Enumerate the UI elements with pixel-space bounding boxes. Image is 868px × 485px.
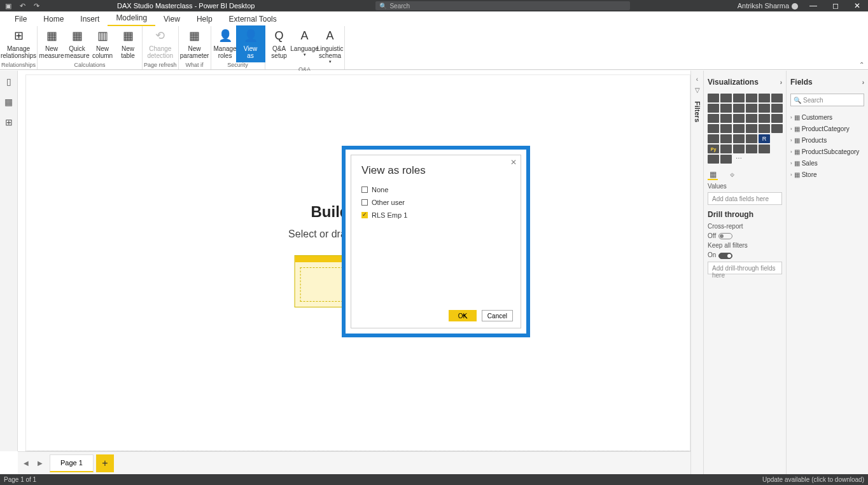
- undo-icon[interactable]: ↶: [18, 1, 27, 10]
- language-button[interactable]: ALanguage▾: [292, 27, 318, 59]
- format-well-icon[interactable]: ⟐: [727, 170, 737, 180]
- keep-filters-toggle[interactable]: [718, 253, 732, 259]
- viz-clustered-bar-icon[interactable]: [733, 94, 745, 102]
- minimize-button[interactable]: —: [806, 1, 821, 10]
- view-as-button[interactable]: 👤View as: [238, 27, 263, 60]
- cross-report-toggle[interactable]: [718, 233, 732, 239]
- viz-python-icon[interactable]: Py: [708, 144, 719, 153]
- user-name[interactable]: Antriksh Sharma: [738, 2, 798, 10]
- new-parameter-button[interactable]: ▦New parameter: [180, 27, 209, 60]
- viz-paginated-icon[interactable]: [708, 155, 719, 164]
- viz-scatter-icon[interactable]: [733, 114, 745, 123]
- viz-treemap-icon[interactable]: [771, 114, 783, 123]
- field-table-customers[interactable]: ›▦Customers: [790, 111, 864, 123]
- page-next-button[interactable]: ▶: [34, 456, 46, 471]
- viz-decomposition-icon[interactable]: [733, 144, 745, 153]
- viz-card-icon[interactable]: [759, 124, 770, 133]
- tab-home[interactable]: Home: [35, 12, 72, 26]
- viz-qa-icon[interactable]: [746, 144, 757, 153]
- ok-button[interactable]: OK↖: [449, 310, 477, 321]
- tab-modeling[interactable]: Modeling: [108, 11, 155, 26]
- viz-slicer-icon[interactable]: [720, 134, 732, 143]
- viz-line-icon[interactable]: [708, 104, 719, 113]
- viz-line-column-icon[interactable]: [746, 104, 757, 113]
- viz-multicard-icon[interactable]: [771, 124, 783, 133]
- field-table-sales[interactable]: ›▦Sales: [790, 157, 864, 169]
- field-table-store[interactable]: ›▦Store: [790, 169, 864, 180]
- table-icon: ▦: [794, 148, 800, 155]
- viz-waterfall-icon[interactable]: [708, 114, 719, 123]
- role-option-none[interactable]: None: [361, 186, 510, 193]
- report-view-button[interactable]: ▯: [3, 76, 15, 87]
- new-measure-button[interactable]: ▦New measure: [39, 27, 64, 60]
- viz-r-icon[interactable]: R: [759, 134, 770, 143]
- linguistic-schema-button[interactable]: ALinguistic schema▾: [318, 27, 343, 66]
- drill-through-well[interactable]: Add drill-through fields here: [708, 262, 782, 274]
- viz-funnel-icon[interactable]: [720, 114, 732, 123]
- checkbox-icon[interactable]: [361, 199, 368, 206]
- viz-kpi-icon[interactable]: [708, 134, 719, 143]
- fields-search-input[interactable]: 🔍Search: [790, 94, 864, 106]
- viz-map-icon[interactable]: [708, 124, 719, 133]
- viz-key-influencers-icon[interactable]: [720, 144, 732, 153]
- tab-insert[interactable]: Insert: [72, 12, 108, 26]
- save-icon[interactable]: ▣: [4, 1, 13, 10]
- viz-line-clustered-icon[interactable]: [759, 104, 770, 113]
- viz-filled-map-icon[interactable]: [720, 124, 732, 133]
- viz-100-bar-icon[interactable]: [759, 94, 770, 102]
- add-page-button[interactable]: +: [96, 454, 114, 472]
- viz-arcgis-icon[interactable]: [720, 155, 732, 164]
- page-tab-1[interactable]: Page 1: [50, 454, 94, 472]
- viz-stacked-area-icon[interactable]: [733, 104, 745, 113]
- page-prev-button[interactable]: ◀: [20, 456, 32, 471]
- new-column-button[interactable]: ▥New column: [90, 27, 115, 60]
- checkbox-icon[interactable]: [361, 186, 368, 193]
- tab-external-tools[interactable]: External Tools: [221, 12, 285, 26]
- manage-relationships-button[interactable]: ⊞ Manage relationships: [4, 27, 33, 60]
- data-view-button[interactable]: ▦: [3, 96, 15, 108]
- viz-donut-icon[interactable]: [759, 114, 770, 123]
- cancel-button[interactable]: Cancel: [482, 310, 513, 321]
- values-well[interactable]: Add data fields here: [708, 192, 782, 205]
- field-table-products[interactable]: ›▦Products: [790, 134, 864, 146]
- role-option-other-user[interactable]: Other user: [361, 199, 510, 206]
- field-table-productsubcategory[interactable]: ›▦ProductSubcategory: [790, 146, 864, 157]
- viz-stacked-column-icon[interactable]: [720, 94, 732, 102]
- filters-pane-collapsed[interactable]: ‹ ▽ Filters: [690, 71, 703, 474]
- tab-file[interactable]: File: [6, 12, 35, 26]
- maximize-button[interactable]: ◻: [829, 1, 843, 10]
- parameter-icon: ▦: [187, 29, 202, 44]
- close-button[interactable]: ✕: [850, 1, 864, 10]
- new-table-button[interactable]: ▦New table: [115, 27, 141, 60]
- checkbox-checked-icon[interactable]: [361, 212, 368, 218]
- viz-area-icon[interactable]: [720, 104, 732, 113]
- titlebar-search[interactable]: 🔍 Search: [375, 1, 630, 10]
- model-view-button[interactable]: ⊞: [3, 116, 15, 128]
- viz-table-icon[interactable]: [733, 134, 745, 143]
- status-update-link[interactable]: Update available (click to download): [762, 476, 864, 483]
- viz-more-icon[interactable]: ⋯: [733, 155, 745, 164]
- viz-stacked-bar-icon[interactable]: [708, 94, 719, 102]
- redo-icon[interactable]: ↷: [32, 1, 41, 10]
- viz-shape-map-icon[interactable]: [733, 124, 745, 133]
- viz-matrix-icon[interactable]: [746, 134, 757, 143]
- tab-view[interactable]: View: [155, 12, 188, 26]
- fields-well-icon[interactable]: ▦: [708, 170, 718, 180]
- ribbon-collapse-icon[interactable]: ⌃: [859, 61, 864, 68]
- dialog-close-button[interactable]: ✕: [510, 158, 517, 167]
- viz-narrative-icon[interactable]: [759, 144, 770, 153]
- viz-100-column-icon[interactable]: [771, 94, 783, 102]
- visualizations-header[interactable]: Visualizations›: [708, 71, 782, 94]
- field-table-productcategory[interactable]: ›▦ProductCategory: [790, 123, 864, 134]
- manage-roles-button[interactable]: 👤Manage roles: [213, 27, 238, 60]
- role-option-rls-emp-1[interactable]: RLS Emp 1: [361, 211, 510, 219]
- qa-setup-button[interactable]: QQ&A setup: [267, 27, 292, 60]
- viz-clustered-column-icon[interactable]: [746, 94, 757, 102]
- viz-ribbon-icon[interactable]: [771, 104, 783, 113]
- fields-header[interactable]: Fields›: [790, 71, 864, 94]
- viz-gauge-icon[interactable]: [746, 124, 757, 133]
- language-icon: A: [297, 29, 312, 44]
- quick-measure-button[interactable]: ▦Quick measure: [64, 27, 90, 60]
- viz-pie-icon[interactable]: [746, 114, 757, 123]
- tab-help[interactable]: Help: [188, 12, 221, 26]
